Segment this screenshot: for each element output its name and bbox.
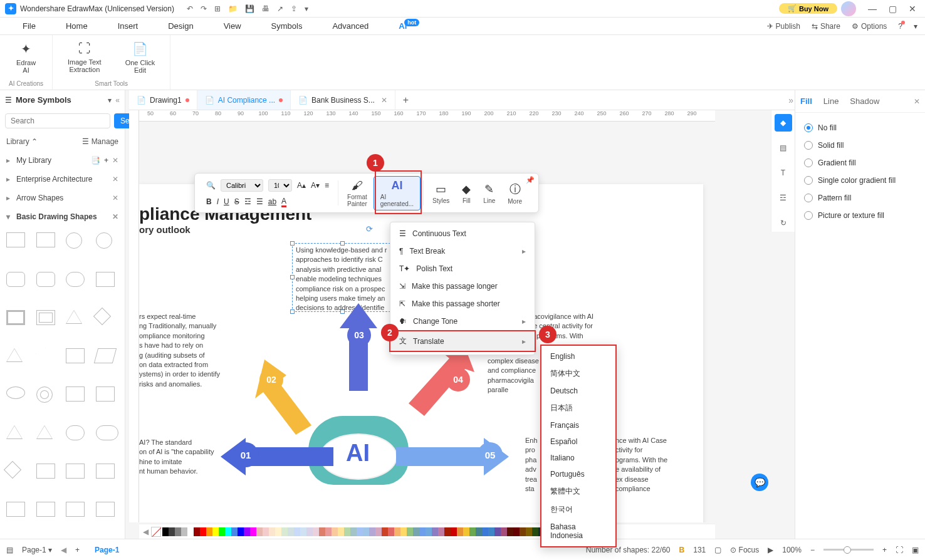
color-swatch[interactable]: [294, 527, 300, 536]
manage-button[interactable]: ☰ Manage: [82, 137, 118, 146]
play-icon[interactable]: ▶: [768, 546, 773, 554]
line-button[interactable]: ✎Line: [477, 180, 501, 207]
add-icon[interactable]: +: [104, 156, 108, 165]
page-list-dropdown[interactable]: Page-1 ▾: [22, 546, 52, 554]
doc-tab-bank-business[interactable]: 📄 Bank Business S... ✕: [291, 90, 395, 110]
shape-circle[interactable]: [66, 232, 82, 249]
shape-pill[interactable]: [66, 425, 85, 440]
open-icon[interactable]: 📁: [228, 4, 238, 13]
underline-button[interactable]: U: [224, 197, 229, 206]
color-swatch[interactable]: [488, 527, 494, 536]
color-swatch[interactable]: [463, 527, 469, 536]
zoom-out-button[interactable]: −: [810, 546, 815, 554]
menu-file[interactable]: File: [8, 21, 51, 31]
color-swatch[interactable]: [426, 527, 432, 536]
print-icon[interactable]: 🖶: [262, 4, 269, 13]
strikethrough-button[interactable]: S: [234, 197, 239, 206]
color-swatch[interactable]: [482, 527, 488, 536]
color-scroll-left[interactable]: ◀: [143, 527, 149, 536]
shape-star[interactable]: [36, 502, 55, 517]
color-swatch[interactable]: [407, 527, 413, 536]
styles-button[interactable]: ▭Styles: [426, 180, 456, 207]
color-swatch[interactable]: [419, 527, 426, 536]
shape-hexagon3[interactable]: [96, 464, 115, 479]
color-swatch[interactable]: [194, 527, 200, 536]
color-swatch[interactable]: [300, 527, 306, 536]
more-symbols-label[interactable]: More Symbols: [16, 95, 104, 105]
shape-trapezoid[interactable]: [96, 386, 115, 402]
align-icon[interactable]: ≡: [325, 181, 329, 190]
color-swatch[interactable]: [394, 527, 400, 536]
fill-tool-icon[interactable]: ◆: [775, 114, 792, 132]
shape-triangle[interactable]: [66, 310, 82, 324]
collapse-panel-icon[interactable]: «: [115, 96, 120, 105]
numbered-list-icon[interactable]: ☲: [244, 197, 251, 206]
close-cat-icon[interactable]: ✕: [112, 194, 118, 202]
color-swatch[interactable]: [212, 527, 219, 536]
color-swatch[interactable]: [225, 527, 231, 536]
symbols-menu-icon[interactable]: ☰: [5, 96, 12, 105]
color-swatch[interactable]: [400, 527, 407, 536]
shape-triangle3[interactable]: [36, 425, 53, 439]
zoom-slider[interactable]: [823, 549, 874, 551]
more-icon[interactable]: ▾: [305, 4, 308, 13]
menu-symbols[interactable]: Symbols: [256, 21, 318, 31]
share-button[interactable]: ⇆ Share: [812, 22, 840, 31]
menu-design[interactable]: Design: [153, 21, 208, 31]
expand-panel-icon[interactable]: »: [788, 95, 793, 105]
shape-right-triangle[interactable]: [6, 348, 23, 362]
shape-diamond2[interactable]: [4, 461, 21, 479]
doc-tab-ai-compliance[interactable]: 📄 AI Compliance ...: [197, 90, 291, 110]
bold-button[interactable]: B: [206, 197, 212, 206]
text-highlight-icon[interactable]: ab: [268, 197, 276, 206]
color-swatch[interactable]: [306, 527, 313, 536]
increase-font-icon[interactable]: A▴: [297, 181, 306, 190]
layers-icon[interactable]: ▢: [714, 546, 721, 554]
close-tab-icon[interactable]: ✕: [381, 96, 387, 105]
ctx-text-break[interactable]: ¶Text Break▸: [390, 242, 535, 260]
shape-ellipse[interactable]: [96, 232, 112, 249]
lang-simplified-chinese[interactable]: 简体中文: [541, 365, 615, 383]
italic-button[interactable]: I: [217, 197, 219, 206]
format-painter-button[interactable]: 🖌 Format Painter: [341, 177, 374, 210]
prev-page-button[interactable]: ◀: [61, 546, 66, 554]
ctx-make-shorter[interactable]: ⇱Make this passage shorter: [390, 295, 535, 313]
color-swatch[interactable]: [338, 527, 344, 536]
bullet-list-icon[interactable]: ☰: [256, 197, 263, 206]
font-size-select[interactable]: 10: [268, 179, 292, 192]
color-swatch[interactable]: [350, 527, 357, 536]
lang-korean[interactable]: 한국어: [541, 500, 615, 519]
color-swatch[interactable]: [332, 527, 338, 536]
color-swatch[interactable]: [532, 527, 538, 536]
shape-donut[interactable]: [36, 386, 53, 403]
help-button[interactable]: ?: [898, 22, 902, 31]
color-swatch[interactable]: [444, 527, 451, 536]
shape-hexagon2[interactable]: [66, 464, 85, 479]
shape-square2[interactable]: [96, 502, 115, 517]
refresh-icon[interactable]: ⟳: [366, 224, 373, 234]
category-my-library[interactable]: ▸My Library 📑 + ✕: [0, 151, 125, 170]
one-click-edit-button[interactable]: 📄 One Click Edit: [119, 39, 162, 76]
color-swatch[interactable]: [432, 527, 438, 536]
redo-icon[interactable]: ↷: [201, 4, 207, 13]
color-swatch[interactable]: [375, 527, 382, 536]
color-swatch[interactable]: [187, 527, 194, 536]
save-icon[interactable]: 💾: [245, 4, 254, 13]
shape-rounded-rect[interactable]: [36, 272, 55, 287]
lang-portugues[interactable]: Português: [541, 466, 615, 482]
color-swatch[interactable]: [501, 527, 507, 536]
fill-option-picture[interactable]: Picture or texture fill: [804, 207, 916, 224]
menu-view[interactable]: View: [209, 21, 256, 31]
color-swatch[interactable]: [513, 527, 520, 536]
prop-tab-line[interactable]: Line: [823, 96, 839, 106]
buy-now-button[interactable]: 🛒 Buy Now: [779, 3, 837, 14]
user-avatar[interactable]: [841, 1, 856, 16]
shape-parallelogram[interactable]: [94, 348, 117, 363]
font-color-icon[interactable]: A: [281, 197, 286, 207]
focus-button[interactable]: ⊙ Focus: [730, 546, 759, 554]
minimize-button[interactable]: —: [865, 4, 880, 14]
shape-square[interactable]: [6, 232, 25, 247]
color-swatch[interactable]: [438, 527, 444, 536]
ai-generated-button[interactable]: AI AI generated...: [374, 176, 421, 210]
lang-francais[interactable]: Français: [541, 417, 615, 433]
